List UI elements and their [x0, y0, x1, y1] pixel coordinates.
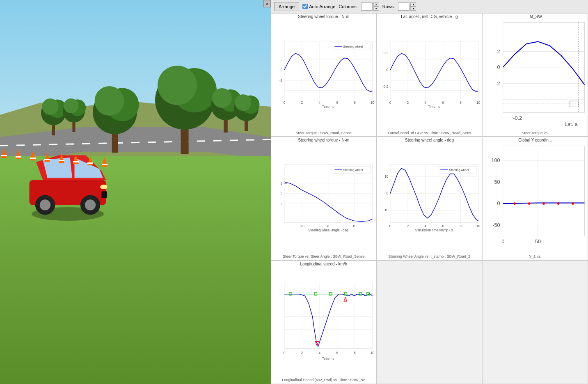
chart3-footer: Steer Torque vs.	[483, 131, 588, 137]
svg-text:Steering wheel: Steering wheel	[343, 45, 363, 48]
columns-down[interactable]: ▼	[373, 7, 379, 11]
chart3-container: 2 0 -2 -0.2 Lat. a	[483, 19, 588, 131]
svg-text:10: 10	[371, 101, 375, 105]
svg-text:8: 8	[354, 351, 356, 355]
columns-up[interactable]: ▲	[373, 2, 379, 7]
svg-text:50: 50	[535, 238, 541, 245]
svg-rect-74	[390, 165, 478, 223]
svg-text:Steering wheel: Steering wheel	[449, 168, 469, 172]
chart1-title: Steering wheel torque - N-m	[271, 14, 376, 19]
svg-text:10: 10	[384, 175, 389, 178]
svg-text:4: 4	[424, 101, 426, 105]
simulation-viewport: ×	[0, 0, 271, 384]
svg-point-108	[528, 203, 531, 205]
auto-arrange-label[interactable]: Auto Arrange	[302, 4, 335, 9]
chart7-svg: 0 2 4 6 8 10 Time - s	[271, 266, 376, 378]
chart4-title: Steering wheel torque - N-m	[271, 137, 376, 142]
svg-text:8: 8	[460, 224, 462, 228]
svg-text:0: 0	[284, 351, 286, 355]
chart5-title: Steering wheel angle - deg	[377, 137, 482, 142]
svg-text:-0.2: -0.2	[513, 115, 522, 121]
svg-text:4: 4	[319, 351, 321, 355]
chart-cell-1: Steering wheel torque - N-m 2 0	[271, 13, 377, 137]
chart1-svg: 2 0 -2 0 2 4 6 8 10 Time - s	[271, 19, 376, 131]
svg-text:Time - s: Time - s	[322, 105, 334, 109]
svg-text:6: 6	[336, 351, 338, 355]
svg-text:6: 6	[442, 224, 444, 228]
chart1-footer: Steer Torque : SBW_Road_Sense	[271, 131, 376, 137]
chart-cell-7: Longitudinal speed - km/h 0 2 4 6	[271, 261, 377, 384]
chart2-svg: 0.2 0 -0.2 0 2 4 6 8 10 Time - s	[377, 19, 482, 131]
svg-text:Steering wheel angle - deg: Steering wheel angle - deg	[308, 229, 348, 232]
toolbar: Arrange Auto Arrange Columns: 3 ▲ ▼ Rows…	[271, 0, 588, 13]
chart-cell-6: Global Y coordin... 100 50 0 -50 0 50	[482, 137, 588, 260]
chart5-container: 10 0 -10 0 2 4 6 8 10 Simulation time st…	[377, 142, 482, 254]
svg-text:2: 2	[301, 351, 303, 355]
chart-cell-3: -M_SW 2 0 -2 -0.2 Lat. a	[482, 13, 588, 137]
svg-point-109	[543, 203, 545, 205]
svg-point-111	[572, 203, 574, 205]
chart6-footer: Y_1 vs.	[483, 254, 588, 260]
svg-text:8: 8	[460, 101, 462, 105]
chart1-container: 2 0 -2 0 2 4 6 8 10 Time - s	[271, 19, 376, 131]
chart6-title: Global Y coordin...	[483, 137, 588, 142]
rows-input[interactable]: 3	[398, 2, 410, 11]
svg-text:0: 0	[389, 224, 391, 228]
chart6-svg: 100 50 0 -50 0 50	[483, 142, 588, 254]
svg-text:4: 4	[424, 224, 426, 228]
svg-text:6: 6	[442, 101, 444, 105]
svg-rect-95	[503, 146, 585, 236]
svg-text:0: 0	[501, 238, 504, 245]
svg-text:0: 0	[281, 192, 283, 196]
svg-text:0: 0	[497, 201, 500, 207]
svg-text:0.2: 0.2	[384, 51, 389, 55]
chart2-title: Lat. accel., inst. CG, vehicle - g	[377, 14, 482, 19]
chart4-container: 2 0 -2 -10 0 10 Steering wheel angle - d…	[271, 142, 376, 254]
chart-cell-empty-2	[482, 261, 588, 384]
svg-text:0: 0	[497, 64, 500, 70]
chart-cell-empty-1	[377, 261, 483, 384]
svg-text:2: 2	[407, 224, 409, 228]
rows-spinner-btns[interactable]: ▲ ▼	[410, 2, 416, 11]
chart3-svg: 2 0 -2 -0.2 Lat. a	[483, 19, 588, 131]
svg-text:+: +	[283, 179, 285, 183]
svg-text:0: 0	[284, 101, 286, 105]
svg-text:-2: -2	[279, 202, 283, 206]
svg-text:2: 2	[301, 101, 303, 105]
close-button[interactable]: ×	[263, 0, 271, 7]
svg-text:4: 4	[319, 101, 321, 105]
auto-arrange-checkbox[interactable]	[302, 4, 308, 9]
svg-text:Steering wheel: Steering wheel	[343, 168, 363, 172]
columns-label: Columns:	[339, 4, 357, 9]
chart2-container: 0.2 0 -0.2 0 2 4 6 8 10 Time - s	[377, 19, 482, 131]
svg-text:100: 100	[492, 158, 500, 164]
chart6-container: 100 50 0 -50 0 50	[483, 142, 588, 254]
columns-spinner[interactable]: 3 ▲ ▼	[361, 2, 379, 11]
rows-label: Rows:	[382, 4, 395, 9]
sim-canvas	[0, 0, 271, 384]
svg-text:2: 2	[281, 182, 283, 185]
rows-spinner[interactable]: 3 ▲ ▼	[398, 2, 416, 11]
svg-text:-2: -2	[496, 80, 500, 87]
svg-text:6: 6	[336, 101, 338, 105]
svg-text:0: 0	[386, 68, 388, 72]
svg-text:10: 10	[476, 101, 480, 105]
chart-cell-2: Lat. accel., inst. CG, vehicle - g 0.2 0…	[377, 13, 483, 137]
columns-input[interactable]: 3	[361, 2, 373, 11]
svg-text:8: 8	[354, 101, 356, 105]
svg-text:10: 10	[371, 351, 375, 355]
svg-text:-10: -10	[383, 209, 388, 213]
chart7-container: 0 2 4 6 8 10 Time - s	[271, 266, 376, 378]
svg-text:Time - s: Time - s	[428, 105, 440, 109]
chart3-title: -M_SW	[483, 14, 588, 19]
columns-spinner-btns[interactable]: ▲ ▼	[373, 2, 379, 11]
rows-down[interactable]: ▼	[410, 7, 416, 11]
svg-text:50: 50	[494, 179, 500, 185]
chart4-footer: Steer Torque vs. Steer Angle : SBW_Road_…	[271, 254, 376, 260]
svg-text:2: 2	[281, 58, 283, 62]
charts-area: Steering wheel torque - N-m 2 0	[271, 13, 588, 384]
rows-up[interactable]: ▲	[410, 2, 416, 7]
arrange-button[interactable]: Arrange	[274, 2, 299, 11]
svg-text:-10: -10	[300, 224, 304, 228]
right-panel: Arrange Auto Arrange Columns: 3 ▲ ▼ Rows…	[271, 0, 588, 384]
